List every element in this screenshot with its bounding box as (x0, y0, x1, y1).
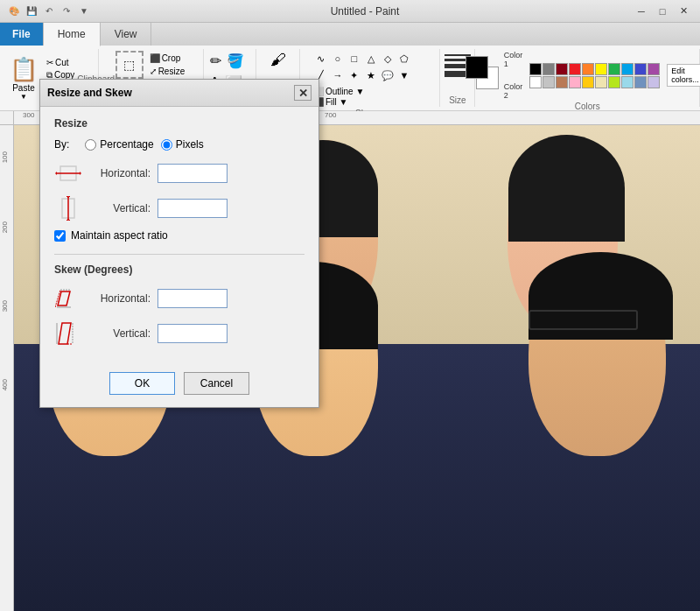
skew-h-field-row: Horizontal: 0 (54, 284, 304, 313)
resize-skew-dialog: Resize and Skew ✕ Resize By: Percentage … (39, 79, 319, 408)
skew-horizontal-input[interactable]: 0 (158, 289, 228, 308)
horizontal-resize-label: Horizontal: (89, 167, 150, 179)
vertical-resize-input[interactable]: 512 (158, 199, 228, 218)
horizontal-resize-icon (54, 159, 82, 187)
maintain-aspect-label[interactable]: Maintain aspect ratio (71, 229, 168, 242)
maintain-aspect-row: Maintain aspect ratio (54, 229, 304, 242)
vertical-resize-icon (54, 194, 82, 222)
maintain-aspect-checkbox[interactable] (54, 230, 66, 242)
skew-vertical-icon (54, 320, 82, 348)
vertical-field-row: Vertical: 512 (54, 194, 304, 222)
skew-horizontal-label: Horizontal: (89, 292, 150, 305)
percentage-radio[interactable] (85, 139, 96, 151)
svg-marker-2 (55, 172, 57, 175)
skew-v-field-row: Vertical: 0 (54, 320, 304, 348)
skew-horizontal-icon (54, 284, 82, 313)
horizontal-resize-input[interactable]: 769 (158, 164, 228, 183)
dialog-titlebar: Resize and Skew ✕ (40, 80, 318, 107)
dialog-overlay: Resize and Skew ✕ Resize By: Percentage … (0, 0, 700, 611)
dialog-title: Resize and Skew (47, 87, 132, 99)
cancel-button[interactable]: Cancel (184, 372, 249, 395)
by-label: By: (54, 138, 69, 151)
pixels-radio[interactable] (161, 139, 172, 151)
svg-marker-12 (59, 323, 71, 344)
resize-section-title: Resize (54, 117, 304, 130)
pixels-label[interactable]: Pixels (176, 138, 204, 151)
resize-by-group: By: Percentage Pixels (54, 138, 304, 151)
svg-marker-3 (80, 172, 81, 175)
ok-button[interactable]: OK (109, 372, 175, 395)
divider (54, 254, 304, 255)
horizontal-field-row: Horizontal: 769 (54, 159, 304, 187)
percentage-label[interactable]: Percentage (100, 138, 153, 151)
percentage-radio-group: Percentage (85, 138, 153, 151)
pixels-radio-group: Pixels (161, 138, 204, 151)
dialog-close-button[interactable]: ✕ (294, 85, 312, 101)
dialog-body: Resize By: Percentage Pixels (40, 107, 318, 365)
skew-vertical-label: Vertical: (89, 327, 150, 340)
skew-vertical-input[interactable]: 0 (158, 324, 228, 343)
skew-section-title: Skew (Degrees) (54, 263, 304, 276)
dialog-buttons: OK Cancel (40, 365, 318, 407)
vertical-resize-label: Vertical: (89, 202, 150, 214)
